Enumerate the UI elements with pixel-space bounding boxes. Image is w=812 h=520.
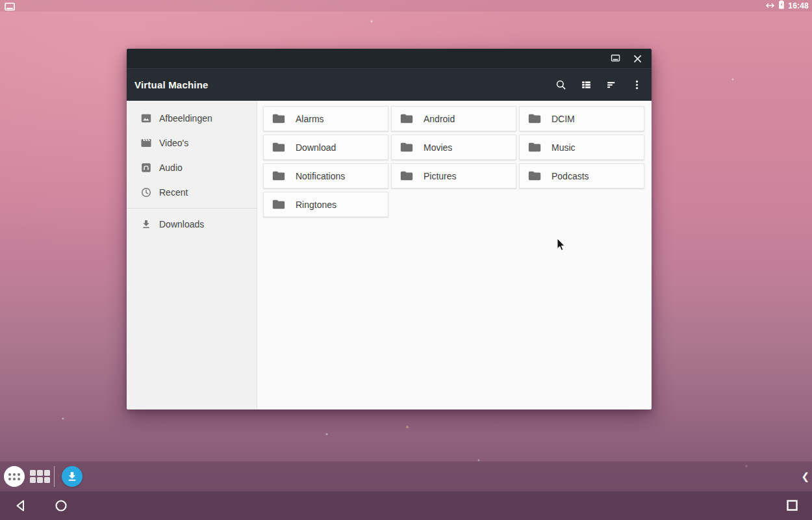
sidebar-item-audio[interactable]: Audio (127, 155, 257, 180)
search-icon[interactable] (554, 79, 567, 92)
back-button[interactable] (15, 499, 25, 515)
folder-name: Android (424, 114, 455, 124)
folder-name: Notifications (296, 171, 345, 181)
folder-name: Download (296, 142, 336, 153)
battery-charging-icon (778, 0, 785, 12)
folder-icon (528, 170, 541, 181)
sidebar-item-downloads[interactable]: Downloads (127, 212, 257, 237)
folder-tile[interactable]: Podcasts (519, 163, 644, 188)
clock-time: 16:48 (788, 1, 809, 10)
folder-tile[interactable]: Movies (391, 135, 516, 160)
sidebar-item-images[interactable]: Afbeeldingen (127, 106, 257, 131)
sidebar-item-label: Audio (159, 162, 183, 173)
folder-icon (400, 113, 413, 124)
folder-tile[interactable]: Music (519, 135, 644, 160)
ethernet-icon (765, 0, 775, 12)
app-drawer-icon (8, 473, 20, 480)
folder-tile[interactable]: DCIM (519, 106, 644, 131)
home-button[interactable] (55, 499, 68, 515)
folder-icon (272, 199, 285, 210)
folder-icon (272, 170, 285, 181)
sidebar-item-label: Video's (159, 138, 188, 148)
folder-tile[interactable]: Android (391, 106, 516, 131)
folder-icon (400, 142, 413, 153)
folder-name: Podcasts (552, 171, 589, 181)
folder-name: Alarms (296, 114, 324, 124)
sidebar-divider (127, 208, 257, 209)
folder-name: Music (552, 142, 576, 153)
folder-icon (528, 113, 541, 124)
file-manager-window: Virtual Machine (127, 49, 652, 410)
status-bar: 16:48 (0, 0, 812, 12)
close-window-button[interactable] (632, 53, 643, 64)
sidebar-item-recent[interactable]: Recent (127, 180, 257, 205)
sidebar-item-label: Afbeeldingen (159, 113, 212, 124)
sidebar-item-label: Recent (159, 187, 188, 198)
taskbar: ❮ (0, 462, 812, 491)
desktop-indicator-icon (5, 2, 15, 14)
folder-tile[interactable]: Download (263, 135, 388, 160)
folder-tile[interactable]: Pictures (391, 163, 516, 188)
folder-name: Pictures (424, 171, 457, 181)
roots-sidebar: Afbeeldingen Video's (127, 101, 257, 410)
folder-grid: Alarms Android DCIM Download (263, 106, 646, 217)
folder-tile[interactable]: Notifications (263, 163, 388, 188)
downloads-app-button[interactable] (62, 466, 82, 487)
sidebar-item-videos[interactable]: Video's (127, 131, 257, 155)
view-list-icon[interactable] (579, 79, 592, 92)
folder-name: Ringtones (296, 200, 336, 210)
videos-icon (140, 137, 152, 149)
recent-apps-button[interactable] (787, 500, 798, 514)
sort-icon[interactable] (605, 79, 618, 92)
more-options-icon[interactable] (630, 79, 643, 92)
navigation-bar (0, 491, 812, 520)
download-icon (66, 471, 78, 482)
taskbar-collapse-chevron[interactable]: ❮ (801, 462, 809, 491)
folder-tile[interactable]: Ringtones (263, 192, 388, 217)
mouse-cursor (557, 239, 566, 254)
folder-icon (272, 142, 285, 153)
window-grid-button[interactable] (30, 470, 50, 483)
taskbar-divider (54, 466, 55, 487)
audio-icon (140, 162, 152, 174)
folder-tile[interactable]: Alarms (263, 106, 388, 131)
images-icon (140, 112, 152, 124)
folder-icon (272, 113, 285, 124)
folder-icon (528, 142, 541, 153)
recent-icon (140, 187, 152, 198)
folder-name: DCIM (552, 114, 575, 124)
app-drawer-button[interactable] (4, 466, 25, 487)
folder-icon (400, 170, 413, 181)
window-title: Virtual Machine (134, 79, 554, 90)
folder-name: Movies (424, 142, 452, 153)
desktop: 16:48 Virtual Machine (0, 0, 812, 520)
directory-content: Alarms Android DCIM Download (257, 101, 652, 410)
restore-window-button[interactable] (610, 53, 621, 64)
sidebar-item-label: Downloads (159, 219, 204, 229)
window-caption-bar[interactable] (127, 49, 652, 68)
app-toolbar: Virtual Machine (127, 68, 652, 101)
window-grid-icon (30, 470, 50, 483)
downloads-icon (140, 218, 152, 230)
